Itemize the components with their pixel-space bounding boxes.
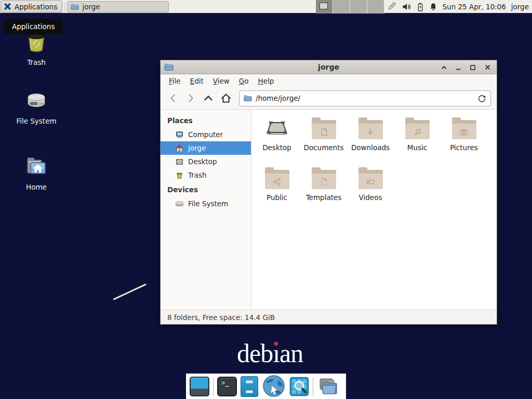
- file-cabinet-icon: [241, 376, 258, 397]
- desktop-icon-trash[interactable]: Trash: [7, 30, 65, 66]
- file-item-downloads[interactable]: Downloads: [347, 117, 394, 167]
- share-icon: [272, 177, 282, 187]
- app-finder-icon: [289, 377, 309, 396]
- directory-menu-launcher[interactable]: [317, 377, 339, 396]
- toolbar: /home/jorge/: [161, 87, 497, 110]
- sidebar-item-computer-label: Computer: [188, 130, 223, 139]
- debian-logo: debıan: [237, 340, 303, 366]
- desktop-icon-filesystem[interactable]: File System: [7, 88, 65, 125]
- workspace-4[interactable]: [367, 0, 384, 14]
- clock[interactable]: Sun 25 Apr, 10:06: [443, 3, 506, 11]
- file-item-pictures[interactable]: Pictures: [441, 117, 487, 167]
- back-button[interactable]: [165, 90, 181, 106]
- file-item-videos[interactable]: Videos: [347, 167, 394, 217]
- file-label: Public: [254, 193, 300, 202]
- desktop-folder-icon: [264, 120, 289, 139]
- file-item-music[interactable]: Music: [394, 117, 441, 167]
- sidebar-item-jorge-label: jorge: [188, 144, 206, 152]
- home-button[interactable]: [218, 90, 234, 106]
- sidebar-item-desktop[interactable]: Desktop: [161, 155, 251, 168]
- home-icon: [175, 144, 184, 153]
- battery-tray-icon[interactable]: [417, 3, 424, 11]
- shade-button[interactable]: [440, 63, 448, 72]
- reload-icon[interactable]: [477, 94, 486, 103]
- trash-small-icon: [175, 171, 184, 180]
- menu-go[interactable]: Go: [234, 75, 254, 87]
- directory-menu-folder-icon: [317, 377, 339, 396]
- menu-help[interactable]: Help: [254, 75, 279, 87]
- file-label: Templates: [300, 193, 347, 202]
- applications-menu-label: Applications: [15, 3, 57, 11]
- computer-icon: [175, 130, 184, 139]
- volume-tray-icon[interactable]: [402, 3, 411, 11]
- file-item-desktop[interactable]: Desktop: [254, 117, 300, 167]
- web-browser-launcher[interactable]: [262, 375, 286, 398]
- sidebar-item-trash-label: Trash: [188, 171, 207, 179]
- debian-logo-text-pre: deb: [237, 339, 273, 368]
- folder-icon: [71, 3, 79, 11]
- terminal-launcher[interactable]: >_: [217, 377, 237, 396]
- dock-separator: [313, 377, 313, 396]
- status-bar: 8 folders, Free space: 14.4 GiB: [161, 310, 497, 324]
- menu-view[interactable]: View: [208, 75, 234, 87]
- desktop-icon: [175, 157, 184, 166]
- up-button[interactable]: [201, 90, 216, 106]
- menu-file[interactable]: File: [164, 75, 185, 87]
- applications-menu-button[interactable]: Applications: [1, 1, 62, 13]
- download-arrow-icon: [365, 127, 376, 137]
- document-glyph-icon: [318, 127, 329, 137]
- wallpaper-streak: [113, 284, 147, 300]
- taskbar-window-label: jorge: [82, 3, 100, 11]
- desktop-icon-home[interactable]: Home: [7, 154, 65, 191]
- file-item-public[interactable]: Public: [254, 167, 300, 217]
- close-button[interactable]: [483, 63, 491, 72]
- desktop-icon-trash-label: Trash: [7, 58, 65, 66]
- taskbar-window-button[interactable]: jorge: [67, 1, 169, 12]
- web-browser-globe-icon: [262, 375, 286, 398]
- sidebar-item-desktop-label: Desktop: [188, 157, 217, 166]
- home-folder-icon: [24, 154, 49, 179]
- workspace-2[interactable]: [333, 0, 350, 14]
- status-text: 8 folders, Free space: 14.4 GiB: [167, 313, 275, 322]
- window-controls: [440, 60, 491, 74]
- window-titlebar[interactable]: jorge: [161, 60, 497, 74]
- file-label: Pictures: [441, 143, 487, 152]
- sidebar-places-header: Places: [161, 113, 251, 128]
- panel-handle: [64, 3, 65, 11]
- show-desktop-button[interactable]: [190, 377, 209, 396]
- panel-username[interactable]: jorge: [511, 3, 529, 11]
- stylus-tray-icon[interactable]: [385, 2, 397, 11]
- sidebar-item-jorge[interactable]: jorge: [161, 141, 251, 155]
- file-label: Desktop: [254, 143, 300, 152]
- app-finder-launcher[interactable]: [289, 377, 309, 396]
- sidebar: Places Computer: [161, 110, 251, 310]
- file-item-documents[interactable]: Documents: [300, 117, 347, 167]
- menu-edit[interactable]: Edit: [185, 75, 208, 87]
- path-bar[interactable]: /home/jorge/: [239, 90, 491, 107]
- desktop-screen: debıan Trash File System: [0, 0, 532, 399]
- debian-logo-text-post: an: [280, 339, 303, 368]
- desktop-icon-filesystem-label: File System: [7, 117, 65, 125]
- camera-icon: [459, 127, 469, 137]
- maximize-button[interactable]: [469, 63, 477, 72]
- forward-button[interactable]: [183, 90, 198, 106]
- dock: >_: [186, 374, 346, 399]
- file-manager-launcher[interactable]: [241, 376, 258, 397]
- xfce-logo-icon: [3, 2, 12, 11]
- file-item-templates[interactable]: Templates: [300, 167, 347, 217]
- path-input[interactable]: /home/jorge/: [256, 94, 474, 102]
- notification-bell-tray-icon[interactable]: [429, 3, 437, 11]
- minimize-button[interactable]: [454, 63, 462, 72]
- top-panel: Applications jorge: [0, 0, 532, 14]
- sidebar-item-trash[interactable]: Trash: [161, 168, 251, 182]
- workspace-3[interactable]: [350, 0, 367, 14]
- sidebar-item-computer[interactable]: Computer: [161, 128, 251, 141]
- terminal-icon: >_: [217, 377, 237, 396]
- workspace-1[interactable]: [316, 0, 333, 14]
- sidebar-item-filesystem[interactable]: File System: [161, 197, 251, 210]
- applications-tooltip: Applications: [4, 19, 62, 34]
- show-desktop-icon: [190, 377, 209, 396]
- file-label: Music: [394, 143, 441, 152]
- file-manager-window: jorge File Edit View Go Help: [160, 60, 497, 325]
- sidebar-item-filesystem-label: File System: [188, 200, 228, 208]
